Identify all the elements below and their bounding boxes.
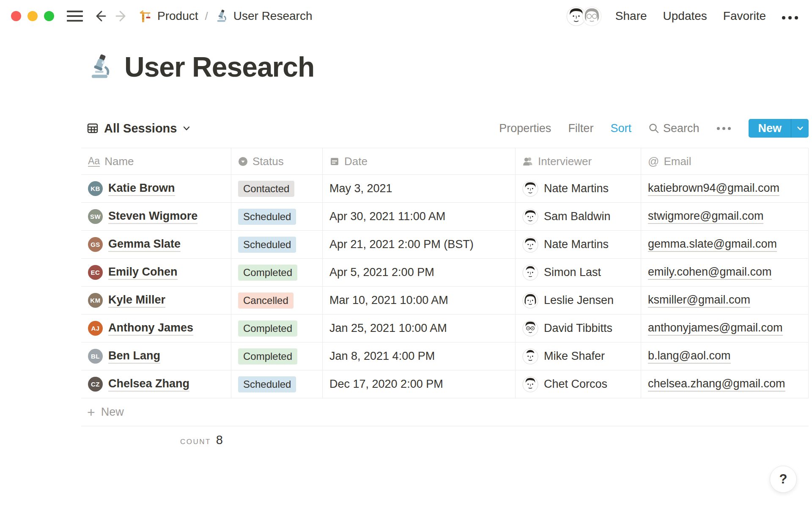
column-header-interviewer[interactable]: Interviewer <box>516 148 641 174</box>
page-link[interactable]: Kyle Miller <box>108 293 165 308</box>
name-cell[interactable]: KB Katie Brown <box>81 175 231 202</box>
interviewer-cell[interactable]: Nate Martins <box>516 175 641 202</box>
updates-button[interactable]: Updates <box>663 9 707 23</box>
name-cell[interactable]: EC Emily Cohen <box>81 259 231 286</box>
interviewer-cell[interactable]: Sam Baldwin <box>516 203 641 230</box>
new-button[interactable]: New <box>749 119 791 138</box>
page-title[interactable]: User Research <box>124 51 314 83</box>
email-cell[interactable]: stwigmore@gmail.com <box>641 203 809 230</box>
sidebar-menu-icon[interactable] <box>67 11 83 22</box>
email-link[interactable]: gemma.slate@gmail.com <box>648 237 777 252</box>
status-cell[interactable]: Cancelled <box>231 287 323 314</box>
page-link[interactable]: Gemma Slate <box>108 237 181 252</box>
date-cell[interactable]: Jan 8, 2021 4:00 PM <box>323 342 516 370</box>
breadcrumb-item-product[interactable]: Product <box>139 9 198 23</box>
status-badge[interactable]: Completed <box>238 320 297 337</box>
crane-icon <box>139 9 152 23</box>
email-cell[interactable]: b.lang@aol.com <box>641 342 809 370</box>
status-cell[interactable]: Completed <box>231 259 323 286</box>
page-link[interactable]: Ben Lang <box>108 349 160 364</box>
microscope-icon[interactable] <box>87 54 113 80</box>
interviewer-cell[interactable]: Mike Shafer <box>516 342 641 370</box>
avatar: SW <box>88 209 103 224</box>
close-window-button[interactable] <box>11 11 21 21</box>
count-aggregate[interactable]: COUNT 8 <box>81 426 231 447</box>
email-cell[interactable]: chelsea.zhang@gmail.com <box>641 370 809 398</box>
column-header-date[interactable]: Date <box>323 148 516 174</box>
breadcrumb-item-user-research[interactable]: User Research <box>215 9 313 23</box>
page-link[interactable]: Emily Cohen <box>108 265 178 280</box>
name-cell[interactable]: CZ Chelsea Zhang <box>81 370 231 398</box>
column-header-status[interactable]: Status <box>231 148 323 174</box>
new-dropdown-button[interactable] <box>791 119 809 138</box>
name-cell[interactable]: SW Steven Wigmore <box>81 203 231 230</box>
interviewer-cell[interactable]: Leslie Jensen <box>516 287 641 314</box>
collaborator-avatars[interactable] <box>566 6 602 26</box>
status-cell[interactable]: Scheduled <box>231 231 323 258</box>
interviewer-cell[interactable]: Simon Last <box>516 259 641 286</box>
view-switcher[interactable]: All Sessions <box>81 121 191 135</box>
status-cell[interactable]: Completed <box>231 315 323 342</box>
back-arrow-icon[interactable] <box>92 8 107 24</box>
page-link[interactable]: Anthony James <box>108 321 193 336</box>
window-top-bar: Product / User Research <box>0 0 812 32</box>
name-cell[interactable]: BL Ben Lang <box>81 342 231 370</box>
email-link[interactable]: emily.cohen@gmail.com <box>648 265 772 280</box>
interviewer-cell[interactable]: David Tibbitts <box>516 315 641 342</box>
column-header-email[interactable]: @ Email <box>641 148 809 174</box>
email-cell[interactable]: gemma.slate@gmail.com <box>641 231 809 258</box>
search-button[interactable]: Search <box>648 122 700 135</box>
status-badge[interactable]: Completed <box>238 348 297 364</box>
email-link[interactable]: b.lang@aol.com <box>648 349 731 364</box>
filter-button[interactable]: Filter <box>568 122 593 135</box>
date-cell[interactable]: Mar 10, 2021 10:00 AM <box>323 287 516 314</box>
date-cell[interactable]: Apr 30, 2021 11:00 AM <box>323 203 516 230</box>
status-cell[interactable]: Completed <box>231 342 323 370</box>
status-cell[interactable]: Contacted <box>231 175 323 202</box>
email-cell[interactable]: katiebrown94@gmail.com <box>641 175 809 202</box>
email-cell[interactable]: ksmiller@gmail.com <box>641 287 809 314</box>
email-link[interactable]: stwigmore@gmail.com <box>648 210 763 224</box>
favorite-button[interactable]: Favorite <box>723 9 766 23</box>
date-cell[interactable]: Dec 17, 2020 2:00 PM <box>323 370 516 398</box>
avatar: AJ <box>88 321 103 336</box>
properties-button[interactable]: Properties <box>499 122 551 135</box>
date-cell[interactable]: Apr 5, 2021 2:00 PM <box>323 259 516 286</box>
status-badge[interactable]: Scheduled <box>238 376 296 392</box>
status-badge[interactable]: Cancelled <box>238 293 294 309</box>
status-cell[interactable]: Scheduled <box>231 370 323 398</box>
column-header-name[interactable]: Aa Name <box>81 148 231 174</box>
view-options-icon[interactable] <box>716 127 732 130</box>
minimize-window-button[interactable] <box>27 11 38 21</box>
email-link[interactable]: ksmiller@gmail.com <box>648 293 750 308</box>
share-button[interactable]: Share <box>615 9 647 23</box>
count-label: COUNT <box>180 438 211 446</box>
date-cell[interactable]: Jan 25, 2021 10:00 AM <box>323 315 516 342</box>
name-cell[interactable]: GS Gemma Slate <box>81 231 231 258</box>
email-link[interactable]: anthonyjames@gmail.com <box>648 321 783 336</box>
more-options-icon[interactable] <box>782 13 798 19</box>
email-link[interactable]: katiebrown94@gmail.com <box>648 182 779 196</box>
status-badge[interactable]: Completed <box>238 265 297 281</box>
email-cell[interactable]: anthonyjames@gmail.com <box>641 315 809 342</box>
name-cell[interactable]: AJ Anthony James <box>81 315 231 342</box>
page-link[interactable]: Steven Wigmore <box>108 210 198 224</box>
status-cell[interactable]: Scheduled <box>231 203 323 230</box>
interviewer-cell[interactable]: Chet Corcos <box>516 370 641 398</box>
page-link[interactable]: Chelsea Zhang <box>108 377 189 392</box>
interviewer-cell[interactable]: Nate Martins <box>516 231 641 258</box>
date-cell[interactable]: Apr 21, 2021 2:00 PM (BST) <box>323 231 516 258</box>
sort-button[interactable]: Sort <box>610 122 631 135</box>
zoom-window-button[interactable] <box>44 11 54 21</box>
new-row-button[interactable]: + New <box>81 398 809 426</box>
status-badge[interactable]: Scheduled <box>238 237 296 253</box>
email-link[interactable]: chelsea.zhang@gmail.com <box>648 377 785 392</box>
forward-arrow-icon[interactable] <box>114 8 129 24</box>
help-button[interactable]: ? <box>770 466 797 493</box>
name-cell[interactable]: KM Kyle Miller <box>81 287 231 314</box>
date-cell[interactable]: May 3, 2021 <box>323 175 516 202</box>
status-badge[interactable]: Contacted <box>238 181 294 197</box>
email-cell[interactable]: emily.cohen@gmail.com <box>641 259 809 286</box>
page-link[interactable]: Katie Brown <box>108 182 175 196</box>
status-badge[interactable]: Scheduled <box>238 209 296 225</box>
